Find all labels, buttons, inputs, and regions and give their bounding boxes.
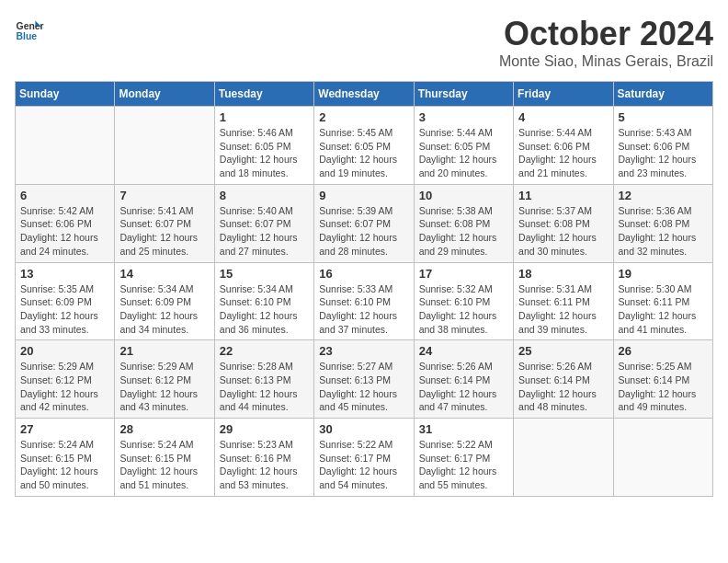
day-number: 27	[20, 422, 109, 436]
calendar-week-row: 1Sunrise: 5:46 AM Sunset: 6:05 PM Daylig…	[16, 107, 713, 185]
day-number: 24	[419, 344, 508, 358]
svg-text:Blue: Blue	[17, 31, 38, 41]
calendar-cell: 2Sunrise: 5:45 AM Sunset: 6:05 PM Daylig…	[314, 107, 414, 185]
day-header-monday: Monday	[115, 82, 214, 107]
day-header-saturday: Saturday	[613, 82, 712, 107]
calendar-cell: 9Sunrise: 5:39 AM Sunset: 6:07 PM Daylig…	[314, 184, 414, 262]
calendar-cell: 17Sunrise: 5:32 AM Sunset: 6:10 PM Dayli…	[414, 262, 513, 340]
day-number: 4	[518, 110, 608, 124]
day-number: 17	[419, 267, 508, 281]
calendar-cell: 19Sunrise: 5:30 AM Sunset: 6:11 PM Dayli…	[613, 262, 712, 340]
calendar-cell: 21Sunrise: 5:29 AM Sunset: 6:12 PM Dayli…	[115, 340, 214, 419]
calendar-week-row: 6Sunrise: 5:42 AM Sunset: 6:06 PM Daylig…	[16, 184, 713, 262]
cell-content: Sunrise: 5:46 AM Sunset: 6:05 PM Dayligh…	[220, 126, 309, 180]
cell-content: Sunrise: 5:29 AM Sunset: 6:12 PM Dayligh…	[119, 360, 209, 414]
logo: General Blue	[15, 15, 44, 44]
calendar-cell: 10Sunrise: 5:38 AM Sunset: 6:08 PM Dayli…	[414, 184, 513, 262]
day-number: 14	[119, 267, 209, 281]
calendar-table: SundayMondayTuesdayWednesdayThursdayFrid…	[15, 81, 713, 497]
calendar-cell: 8Sunrise: 5:40 AM Sunset: 6:07 PM Daylig…	[214, 184, 313, 262]
cell-content: Sunrise: 5:39 AM Sunset: 6:07 PM Dayligh…	[319, 204, 408, 259]
cell-content: Sunrise: 5:27 AM Sunset: 6:13 PM Dayligh…	[319, 360, 408, 414]
day-header-friday: Friday	[514, 82, 613, 107]
day-number: 2	[319, 110, 408, 124]
cell-content: Sunrise: 5:42 AM Sunset: 6:06 PM Dayligh…	[20, 204, 109, 259]
calendar-header-row: SundayMondayTuesdayWednesdayThursdayFrid…	[16, 82, 713, 107]
calendar-cell: 28Sunrise: 5:24 AM Sunset: 6:15 PM Dayli…	[115, 419, 214, 497]
day-number: 29	[220, 422, 309, 436]
cell-content: Sunrise: 5:45 AM Sunset: 6:05 PM Dayligh…	[319, 126, 408, 180]
calendar-cell	[613, 419, 712, 497]
cell-content: Sunrise: 5:26 AM Sunset: 6:14 PM Dayligh…	[419, 360, 508, 414]
calendar-cell: 29Sunrise: 5:23 AM Sunset: 6:16 PM Dayli…	[214, 419, 313, 497]
day-number: 6	[20, 189, 109, 202]
day-number: 3	[419, 110, 508, 124]
day-number: 21	[119, 344, 209, 358]
cell-content: Sunrise: 5:44 AM Sunset: 6:05 PM Dayligh…	[419, 126, 508, 180]
day-number: 20	[20, 344, 109, 358]
day-number: 9	[319, 189, 408, 202]
day-number: 13	[20, 267, 109, 281]
calendar-cell: 13Sunrise: 5:35 AM Sunset: 6:09 PM Dayli…	[16, 262, 115, 340]
calendar-cell: 23Sunrise: 5:27 AM Sunset: 6:13 PM Dayli…	[314, 340, 414, 419]
day-number: 5	[619, 110, 708, 124]
calendar-cell: 1Sunrise: 5:46 AM Sunset: 6:05 PM Daylig…	[214, 107, 313, 185]
calendar-cell	[16, 107, 115, 185]
calendar-cell: 18Sunrise: 5:31 AM Sunset: 6:11 PM Dayli…	[514, 262, 613, 340]
day-header-thursday: Thursday	[414, 82, 513, 107]
cell-content: Sunrise: 5:38 AM Sunset: 6:08 PM Dayligh…	[419, 204, 508, 259]
calendar-week-row: 27Sunrise: 5:24 AM Sunset: 6:15 PM Dayli…	[16, 419, 713, 497]
cell-content: Sunrise: 5:31 AM Sunset: 6:11 PM Dayligh…	[518, 282, 608, 337]
day-number: 18	[518, 267, 608, 281]
calendar-cell: 5Sunrise: 5:43 AM Sunset: 6:06 PM Daylig…	[613, 107, 712, 185]
cell-content: Sunrise: 5:26 AM Sunset: 6:14 PM Dayligh…	[518, 360, 608, 414]
day-number: 30	[319, 422, 408, 436]
calendar-cell: 14Sunrise: 5:34 AM Sunset: 6:09 PM Dayli…	[115, 262, 214, 340]
day-number: 10	[419, 189, 508, 202]
calendar-cell: 16Sunrise: 5:33 AM Sunset: 6:10 PM Dayli…	[314, 262, 414, 340]
calendar-cell: 30Sunrise: 5:22 AM Sunset: 6:17 PM Dayli…	[314, 419, 414, 497]
day-number: 25	[518, 344, 608, 358]
cell-content: Sunrise: 5:40 AM Sunset: 6:07 PM Dayligh…	[220, 204, 309, 259]
day-number: 1	[220, 110, 309, 124]
calendar-cell: 12Sunrise: 5:36 AM Sunset: 6:08 PM Dayli…	[613, 184, 712, 262]
day-number: 15	[220, 267, 309, 281]
cell-content: Sunrise: 5:25 AM Sunset: 6:14 PM Dayligh…	[619, 360, 708, 414]
day-number: 31	[419, 422, 508, 436]
calendar-cell: 4Sunrise: 5:44 AM Sunset: 6:06 PM Daylig…	[514, 107, 613, 185]
cell-content: Sunrise: 5:33 AM Sunset: 6:10 PM Dayligh…	[319, 282, 408, 337]
day-number: 12	[619, 189, 708, 202]
cell-content: Sunrise: 5:41 AM Sunset: 6:07 PM Dayligh…	[119, 204, 209, 259]
day-number: 16	[319, 267, 408, 281]
cell-content: Sunrise: 5:24 AM Sunset: 6:15 PM Dayligh…	[119, 438, 209, 492]
calendar-cell: 3Sunrise: 5:44 AM Sunset: 6:05 PM Daylig…	[414, 107, 513, 185]
page-header: General Blue October 2024 Monte Siao, Mi…	[15, 15, 713, 70]
calendar-cell: 26Sunrise: 5:25 AM Sunset: 6:14 PM Dayli…	[613, 340, 712, 419]
calendar-cell: 31Sunrise: 5:22 AM Sunset: 6:17 PM Dayli…	[414, 419, 513, 497]
cell-content: Sunrise: 5:35 AM Sunset: 6:09 PM Dayligh…	[20, 282, 109, 337]
day-header-tuesday: Tuesday	[214, 82, 313, 107]
cell-content: Sunrise: 5:29 AM Sunset: 6:12 PM Dayligh…	[20, 360, 109, 414]
calendar-week-row: 13Sunrise: 5:35 AM Sunset: 6:09 PM Dayli…	[16, 262, 713, 340]
cell-content: Sunrise: 5:34 AM Sunset: 6:09 PM Dayligh…	[119, 282, 209, 337]
day-header-sunday: Sunday	[16, 82, 115, 107]
logo-icon: General Blue	[15, 15, 44, 44]
day-number: 22	[220, 344, 309, 358]
day-number: 28	[119, 422, 209, 436]
calendar-cell: 22Sunrise: 5:28 AM Sunset: 6:13 PM Dayli…	[214, 340, 313, 419]
cell-content: Sunrise: 5:32 AM Sunset: 6:10 PM Dayligh…	[419, 282, 508, 337]
calendar-body: 1Sunrise: 5:46 AM Sunset: 6:05 PM Daylig…	[16, 107, 713, 497]
title-block: October 2024 Monte Siao, Minas Gerais, B…	[499, 15, 713, 70]
location: Monte Siao, Minas Gerais, Brazil	[499, 53, 713, 70]
cell-content: Sunrise: 5:34 AM Sunset: 6:10 PM Dayligh…	[220, 282, 309, 337]
cell-content: Sunrise: 5:37 AM Sunset: 6:08 PM Dayligh…	[518, 204, 608, 259]
cell-content: Sunrise: 5:22 AM Sunset: 6:17 PM Dayligh…	[419, 438, 508, 492]
cell-content: Sunrise: 5:24 AM Sunset: 6:15 PM Dayligh…	[20, 438, 109, 492]
cell-content: Sunrise: 5:28 AM Sunset: 6:13 PM Dayligh…	[220, 360, 309, 414]
month-title: October 2024	[499, 15, 713, 53]
calendar-cell: 25Sunrise: 5:26 AM Sunset: 6:14 PM Dayli…	[514, 340, 613, 419]
cell-content: Sunrise: 5:30 AM Sunset: 6:11 PM Dayligh…	[619, 282, 708, 337]
cell-content: Sunrise: 5:22 AM Sunset: 6:17 PM Dayligh…	[319, 438, 408, 492]
day-number: 7	[119, 189, 209, 202]
cell-content: Sunrise: 5:36 AM Sunset: 6:08 PM Dayligh…	[619, 204, 708, 259]
